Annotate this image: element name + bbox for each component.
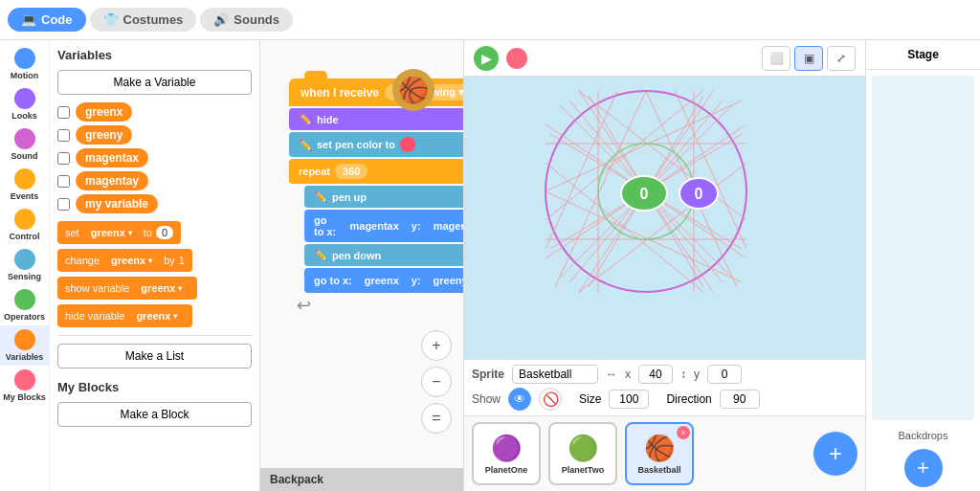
- pen-up-block[interactable]: ✏️ pen up: [304, 186, 463, 208]
- repeat-block[interactable]: repeat 360: [289, 159, 463, 184]
- direction-input[interactable]: [720, 390, 760, 409]
- variables-title: Variables: [57, 48, 252, 62]
- set-block[interactable]: set greenx ▾ to 0: [57, 221, 181, 244]
- hide-var-row: hide variable greenx ▾: [57, 304, 252, 327]
- stage-canvas[interactable]: 0 0: [464, 77, 865, 359]
- hide-block[interactable]: ✏️ hide: [289, 108, 463, 130]
- small-stage-button[interactable]: ⬜: [762, 46, 791, 71]
- var-block-greeny[interactable]: greeny: [76, 125, 132, 145]
- var-checkbox-magentay[interactable]: [57, 175, 70, 188]
- var-row-greeny: greeny: [57, 125, 252, 145]
- set-block-row: set greenx ▾ to 0: [57, 221, 252, 244]
- pen-icon: ✏️: [299, 139, 312, 151]
- add-sprite-button[interactable]: +: [813, 432, 858, 476]
- backdrops-label: Backdrops: [866, 426, 980, 445]
- color-swatch[interactable]: [400, 137, 415, 152]
- sound-label: Sound: [11, 151, 38, 161]
- goto-magenta-block[interactable]: go to x: magentax y: magentay: [304, 210, 463, 242]
- sidebar-item-events[interactable]: Events: [0, 165, 49, 205]
- main-area: Motion Looks Sound Events Control Sensin…: [0, 40, 980, 491]
- loop-arrow-icon: ↩: [297, 295, 463, 316]
- make-block-button[interactable]: Make a Block: [57, 402, 252, 427]
- goto-green-block[interactable]: go to x: greenx y: greeny: [304, 268, 463, 293]
- sidebar-item-sound[interactable]: Sound: [0, 124, 49, 165]
- sprite-thumb-basketball[interactable]: × 🏀 Basketball: [625, 422, 694, 485]
- sidebar-item-control[interactable]: Control: [0, 205, 49, 245]
- sound-dot: [14, 128, 35, 149]
- sprite-thumb-planetone[interactable]: 🟣 PlanetOne: [472, 422, 541, 485]
- costume-icon: 👕: [103, 12, 119, 27]
- sprite-thumb-planettwo[interactable]: 🟢 PlanetTwo: [548, 422, 617, 485]
- tab-costumes[interactable]: 👕 Costumes: [90, 8, 197, 32]
- change-var-pill[interactable]: greenx ▾: [103, 253, 160, 268]
- basketball-label: Basketball: [637, 465, 680, 475]
- sidebar-item-variables[interactable]: Variables: [0, 325, 49, 366]
- var-block-magentax[interactable]: magentax: [76, 148, 148, 167]
- delete-sprite-button[interactable]: ×: [677, 426, 690, 439]
- var-block-greenx[interactable]: greenx: [76, 102, 132, 122]
- var-checkbox-myvariable[interactable]: [57, 198, 70, 211]
- sidebar-item-motion[interactable]: Motion: [0, 44, 49, 84]
- sidebar-item-looks[interactable]: Looks: [0, 84, 49, 124]
- show-label: Show: [472, 392, 501, 406]
- sidebar-item-sensing[interactable]: Sensing: [0, 245, 49, 285]
- var-block-myvariable[interactable]: my variable: [76, 194, 158, 213]
- sprite-list: 🟣 PlanetOne 🟢 PlanetTwo × 🏀 Basketball +: [464, 415, 865, 491]
- sidebar-item-myblocks[interactable]: My Blocks: [0, 366, 49, 406]
- var-row-magentay: magentay: [57, 171, 252, 190]
- green-flag-button[interactable]: ▶: [474, 46, 499, 71]
- basketball-icon: 🏀: [644, 434, 675, 463]
- top-bar: 💻 Code 👕 Costumes 🔊 Sounds: [0, 0, 980, 40]
- size-input[interactable]: [609, 390, 649, 409]
- operators-dot: [14, 289, 35, 310]
- change-block[interactable]: change greenx ▾ by 1: [57, 249, 192, 272]
- var-checkbox-greeny[interactable]: [57, 129, 70, 142]
- direction-label: Direction: [666, 392, 711, 406]
- hide-var-pill[interactable]: greenx ▾: [128, 308, 185, 324]
- planettwo-label: PlanetTwo: [562, 465, 604, 475]
- normal-stage-button[interactable]: ▣: [794, 46, 823, 71]
- pen-color-block[interactable]: ✏️ set pen color to: [289, 132, 463, 157]
- sprite-name-input[interactable]: [512, 365, 598, 384]
- show-var-pill[interactable]: greenx ▾: [133, 280, 189, 296]
- sidebar-item-operators[interactable]: Operators: [0, 285, 49, 325]
- sensing-label: Sensing: [8, 272, 41, 281]
- right-panel: ▶ ⬜ ▣ ⤢: [463, 40, 865, 491]
- show-visible-button[interactable]: 👁: [508, 388, 531, 411]
- add-backdrop-button[interactable]: +: [904, 449, 943, 487]
- looks-dot: [14, 88, 35, 109]
- view-buttons: ⬜ ▣ ⤢: [762, 46, 856, 71]
- zoom-in-button[interactable]: +: [421, 330, 452, 361]
- hide-variable-block[interactable]: hide variable greenx ▾: [57, 304, 192, 327]
- myblocks-title: My Blocks: [57, 380, 252, 394]
- show-variable-block[interactable]: show variable greenx ▾: [57, 277, 197, 300]
- fullscreen-button[interactable]: ⤢: [827, 46, 856, 71]
- tab-sounds[interactable]: 🔊 Sounds: [200, 8, 293, 32]
- control-label: Control: [10, 232, 40, 241]
- motion-label: Motion: [11, 71, 39, 80]
- myblocks-label: My Blocks: [3, 392, 46, 402]
- make-variable-button[interactable]: Make a Variable: [57, 70, 252, 95]
- y-input[interactable]: [707, 365, 742, 384]
- tab-code[interactable]: 💻 Code: [8, 8, 86, 32]
- stage-top-bar: ▶ ⬜ ▣ ⤢: [464, 40, 865, 77]
- backpack-bar[interactable]: Backpack: [260, 468, 463, 491]
- repeat-inner: ✏️ pen up go to x: magentax y: magentay …: [304, 186, 463, 293]
- stop-button[interactable]: [506, 48, 527, 69]
- planetone-icon: 🟣: [491, 434, 522, 463]
- zoom-out-button[interactable]: −: [421, 367, 452, 397]
- var-block-magentay[interactable]: magentay: [76, 171, 148, 190]
- control-dot: [14, 209, 35, 230]
- pen-down-block[interactable]: ✏️ pen down: [304, 244, 463, 266]
- set-var-pill[interactable]: greenx ▾: [83, 225, 140, 240]
- make-list-button[interactable]: Make a List: [57, 344, 252, 368]
- show-hidden-button[interactable]: 🚫: [539, 388, 562, 411]
- operators-label: Operators: [4, 312, 45, 322]
- script-area[interactable]: when I receive startdrawing ▾ ✏️ hide ✏️…: [260, 40, 463, 491]
- x-input[interactable]: [638, 365, 673, 384]
- hat-block[interactable]: when I receive startdrawing ▾: [289, 78, 463, 106]
- stage-preview-area[interactable]: [872, 76, 974, 420]
- var-checkbox-greenx[interactable]: [57, 106, 70, 119]
- fit-screen-button[interactable]: =: [421, 403, 452, 434]
- var-checkbox-magentax[interactable]: [57, 152, 70, 165]
